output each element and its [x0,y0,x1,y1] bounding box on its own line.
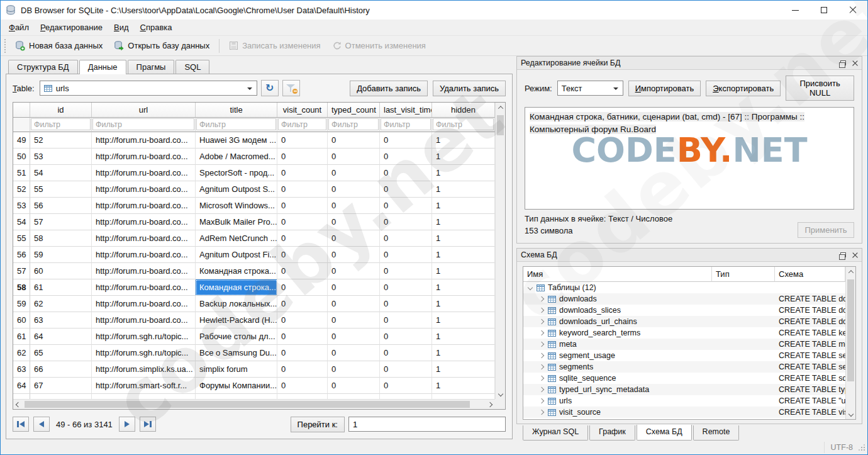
cell[interactable]: 1 [432,279,495,296]
schema-column-header-Схема[interactable]: Схема [775,267,845,282]
horizontal-scrollbar[interactable] [13,399,495,409]
filter-input-last_visit_time[interactable] [381,118,431,130]
cell[interactable]: Все о Samsung Du... [196,345,277,361]
cell[interactable]: SpectorSoft - прод... [196,165,277,181]
cell[interactable]: 0 [328,230,380,247]
cell[interactable]: 66 [30,361,92,378]
schema-table-row[interactable]: sqlite_sequenceCREATE TABLE sqli... [523,373,845,384]
cell-editor[interactable]: Командная строка, батники, сценарии (bat… [525,107,854,210]
menu-item-Файл[interactable]: Файл [3,21,35,34]
nav-prev-button[interactable] [33,417,50,432]
cell[interactable]: 0 [277,361,328,378]
cell[interactable]: 0 [277,149,328,165]
close-panel-icon[interactable] [852,60,858,66]
write-changes-button[interactable]: Записать изменения [223,38,326,53]
cell[interactable]: 0 [380,230,432,247]
cell[interactable]: 0 [328,279,380,296]
tab-Прагмы[interactable]: Прагмы [128,60,175,74]
cell[interactable]: http://forum.ru-board.co... [92,279,196,296]
new-database-button[interactable]: Новая база данных [9,38,108,53]
table-row[interactable]: 5457http://forum.ru-board.co...MaxBulk M… [13,214,495,230]
cell[interactable]: 55 [30,181,92,198]
resize-grip[interactable] [858,444,865,451]
cell[interactable]: 0 [277,165,328,181]
table-row[interactable]: 5053http://forum.ru-board.co...Adobe / M… [13,149,495,165]
schema-root-row[interactable]: Таблицы (12) [523,282,845,293]
scrollbar-thumb[interactable] [25,401,470,408]
bottom-tab-Журнал SQL[interactable]: Журнал SQL [523,425,588,441]
scroll-left-button[interactable] [13,400,23,410]
cell[interactable]: Командная строка... [196,263,277,279]
cell[interactable]: 65 [30,345,92,361]
column-header-url[interactable]: url [92,103,196,118]
import-button[interactable]: Импортировать [628,81,701,96]
cell[interactable]: 0 [380,329,432,345]
cell[interactable]: 59 [30,247,92,263]
filter-input-url[interactable] [92,118,194,130]
cell[interactable]: simplix forum [196,361,277,378]
table-row[interactable]: 6467http://forum.smart-soft.r...Форумы К… [13,378,495,394]
cell[interactable]: 1 [432,361,495,378]
schema-table-row[interactable]: visitsCREATE TABLE visi... [523,418,845,419]
cell[interactable]: 0 [277,263,328,279]
cell[interactable]: 60 [30,263,92,279]
scrollbar-thumb[interactable] [847,279,854,381]
cell[interactable]: 0 [328,394,380,399]
cell[interactable]: 0 [380,345,432,361]
cell[interactable]: Backup локальных... [196,296,277,312]
scroll-up-button[interactable] [496,103,506,113]
table-row[interactable]: 5154http://forum.ru-board.co...SpectorSo… [13,165,495,181]
cell[interactable]: 0 [380,279,432,296]
cell[interactable]: 1 [432,378,495,394]
cell[interactable]: 0 [380,263,432,279]
cell[interactable]: 64 [30,329,92,345]
scroll-down-button[interactable] [846,409,856,419]
cell[interactable]: 0 [380,149,432,165]
table-selector[interactable]: urls [40,81,257,96]
schema-table-row[interactable]: downloads_url_chainsCREATE TABLE do... [523,316,845,327]
cell[interactable]: 0 [328,378,380,394]
cell[interactable]: 0 [328,198,380,214]
table-row[interactable]: 4952http://forum.ru-board.co...Huawei 3G… [13,132,495,149]
maximize-button[interactable] [810,1,838,20]
cell[interactable]: 0 [277,312,328,329]
cell[interactable]: 0 [277,279,328,296]
cell[interactable]: Рабочие столы дл... [196,329,277,345]
cell[interactable]: 0 [277,378,328,394]
cell[interactable]: 0 [328,312,380,329]
cell[interactable]: 62 [30,296,92,312]
cell[interactable]: http://forum.ru-board.co... [92,132,196,149]
cell[interactable]: 1 [432,394,495,399]
column-header-visit_count[interactable]: visit_count [277,103,328,118]
table-row[interactable]: 5558http://forum.ru-board.co...AdRem Net… [13,230,495,247]
cell[interactable]: 1 [432,198,495,214]
cell[interactable]: http://forum.ru-board.co... [92,198,196,214]
chevron-right-icon[interactable] [538,399,545,403]
column-header-title[interactable]: title [196,103,277,118]
cell[interactable]: 0 [328,132,380,149]
scroll-right-button[interactable] [485,400,495,410]
cell[interactable]: MaxBulk Mailer Pro... [196,214,277,230]
cell[interactable]: 0 [380,312,432,329]
table-row[interactable]: 6568http://forum...info/f...Antivirus...… [13,394,495,399]
column-header-id[interactable]: id [30,103,92,118]
cell[interactable]: 0 [277,214,328,230]
cell[interactable]: 1 [432,165,495,181]
column-header-hidden[interactable]: hidden [432,103,495,118]
cell[interactable]: http://forum.ru-board.co... [92,230,196,247]
cell[interactable]: 1 [432,230,495,247]
cell[interactable]: http://forum.ru-board.co... [92,247,196,263]
table-row[interactable]: 5255http://forum.ru-board.co...Agnitum O… [13,181,495,198]
cell[interactable]: http://forum.ru-board.co... [92,296,196,312]
goto-button[interactable]: Перейти к: [291,417,345,432]
cell[interactable]: 1 [432,312,495,329]
bottom-tab-Remote[interactable]: Remote [693,425,740,441]
schema-table-row[interactable]: downloadsCREATE TABLE do... [523,293,845,305]
cell[interactable]: 1 [432,247,495,263]
schema-table-row[interactable]: urlsCREATE TABLE "ur... [523,395,845,407]
revert-changes-button[interactable]: Отменить изменения [326,38,431,53]
scroll-up-button[interactable] [846,267,856,277]
goto-input[interactable] [348,417,506,432]
filter-input-hidden[interactable] [433,118,494,130]
chevron-right-icon[interactable] [538,410,545,414]
